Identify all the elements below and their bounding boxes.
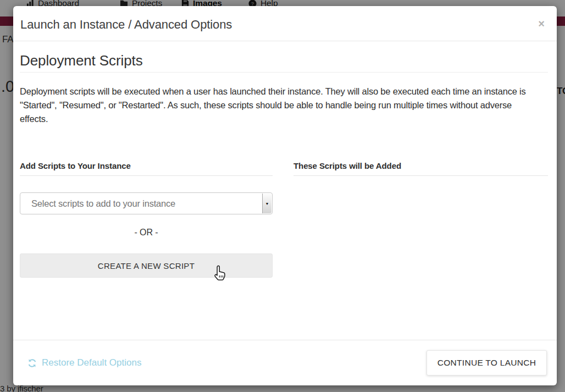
script-select-placeholder: Select scripts to add to your instance [20,198,175,209]
section-heading: Deployment Scripts [20,52,548,73]
scripts-columns: Add Scripts to Your Instance Select scri… [20,161,548,278]
restore-default-options-link[interactable]: Restore Default Options [27,357,141,368]
launch-instance-advanced-options-modal: Launch an Instance / Advanced Options × … [13,6,557,385]
added-scripts-header: These Scripts will be Added [293,161,548,176]
create-new-script-button[interactable]: CREATE A NEW SCRIPT [20,253,273,278]
modal-body: Deployment Scripts Deployment scripts wi… [13,52,557,278]
add-scripts-column: Add Scripts to Your Instance Select scri… [20,161,273,278]
add-scripts-header: Add Scripts to Your Instance [20,161,273,176]
modal-title: Launch an Instance / Advanced Options [20,18,546,32]
or-separator: - OR - [20,228,273,238]
refresh-icon [27,358,37,368]
added-scripts-column: These Scripts will be Added [293,161,548,278]
restore-link-label: Restore Default Options [42,357,141,368]
modal-footer: Restore Default Options CONTINUE TO LAUN… [13,340,557,385]
section-description: Deployment scripts will be executed when… [20,85,535,126]
modal-header: Launch an Instance / Advanced Options × [13,6,557,41]
script-select-dropdown[interactable]: Select scripts to add to your instance ▼ [20,192,273,214]
close-icon[interactable]: × [535,17,548,30]
continue-to-launch-button[interactable]: CONTINUE TO LAUNCH [426,350,547,376]
chevron-down-icon: ▼ [262,194,272,213]
